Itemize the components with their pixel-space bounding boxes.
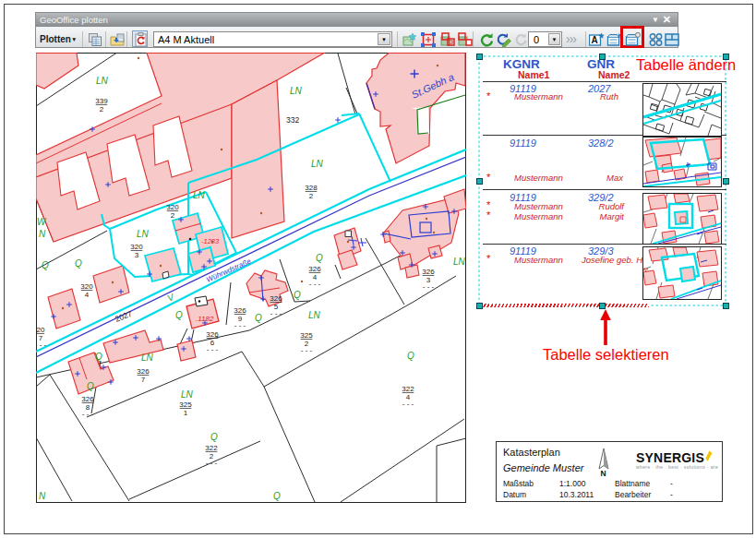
svg-text:- - -: - - - (423, 282, 435, 291)
svg-text:- - -: - - - (207, 345, 219, 353)
svg-text:- - -: - - - (36, 341, 47, 349)
svg-text:3: 3 (135, 251, 139, 259)
svg-text:326: 326 (81, 395, 94, 403)
svg-text:A: A (592, 35, 598, 45)
svg-text:339: 339 (95, 97, 108, 105)
svg-text:325: 325 (300, 331, 313, 340)
svg-text:332: 332 (286, 115, 299, 125)
svg-text:Q: Q (294, 290, 301, 300)
svg-text:320: 320 (166, 203, 179, 211)
svg-text:Q: Q (75, 258, 82, 269)
svg-text:N: N (39, 229, 46, 239)
svg-text:Q: Q (255, 313, 262, 323)
svg-text:N: N (39, 491, 46, 501)
svg-text:LN: LN (290, 86, 303, 96)
svg-text:- - -: - - - (270, 309, 282, 317)
svg-text:LN: LN (96, 76, 109, 86)
svg-text:20: 20 (37, 326, 45, 334)
svg-text:326: 326 (422, 268, 435, 276)
svg-text:2: 2 (100, 105, 104, 114)
svg-text:326: 326 (234, 306, 246, 315)
svg-text:328: 328 (305, 184, 318, 192)
svg-text:LN: LN (137, 229, 150, 239)
svg-text:Q: Q (42, 260, 49, 270)
svg-text:-1283: -1283 (201, 237, 220, 245)
svg-text:- - -: - - - (234, 321, 246, 329)
svg-text:LN: LN (141, 353, 154, 363)
svg-text:320: 320 (80, 282, 93, 291)
svg-text:326: 326 (137, 367, 150, 376)
svg-text:W: W (37, 217, 47, 227)
svg-text:- - -: - - - (301, 346, 313, 354)
svg-text:326: 326 (206, 330, 219, 339)
svg-text:4: 4 (85, 291, 90, 299)
svg-text:322: 322 (402, 385, 414, 393)
svg-text:Q: Q (175, 310, 183, 320)
svg-text:- - -: - - - (206, 459, 218, 467)
svg-text:2: 2 (309, 192, 314, 200)
svg-text:- - -: - - - (309, 280, 321, 288)
svg-text:- - -: - - - (402, 400, 414, 408)
svg-text:Q: Q (87, 381, 94, 391)
svg-text:Q: Q (407, 351, 414, 361)
svg-text:LN: LN (308, 310, 321, 320)
svg-text:2: 2 (171, 211, 175, 220)
svg-text:320: 320 (130, 243, 143, 251)
svg-text:7: 7 (141, 376, 146, 384)
svg-text:- - -: - - - (82, 410, 94, 418)
svg-text:326: 326 (308, 265, 321, 273)
svg-text:Q: Q (316, 253, 323, 263)
svg-text:1: 1 (184, 409, 188, 417)
svg-text:LN: LN (193, 190, 206, 200)
svg-text:LN: LN (311, 159, 324, 169)
svg-text:322: 322 (205, 444, 218, 452)
svg-text:Q: Q (273, 491, 281, 501)
svg-text:Q: Q (95, 352, 102, 362)
svg-text:326: 326 (270, 294, 282, 303)
svg-text:Q: Q (210, 432, 218, 442)
svg-text:325: 325 (179, 401, 192, 409)
svg-text:LN: LN (453, 257, 466, 267)
svg-text:LN: LN (181, 389, 194, 400)
svg-text:N: N (601, 469, 606, 478)
